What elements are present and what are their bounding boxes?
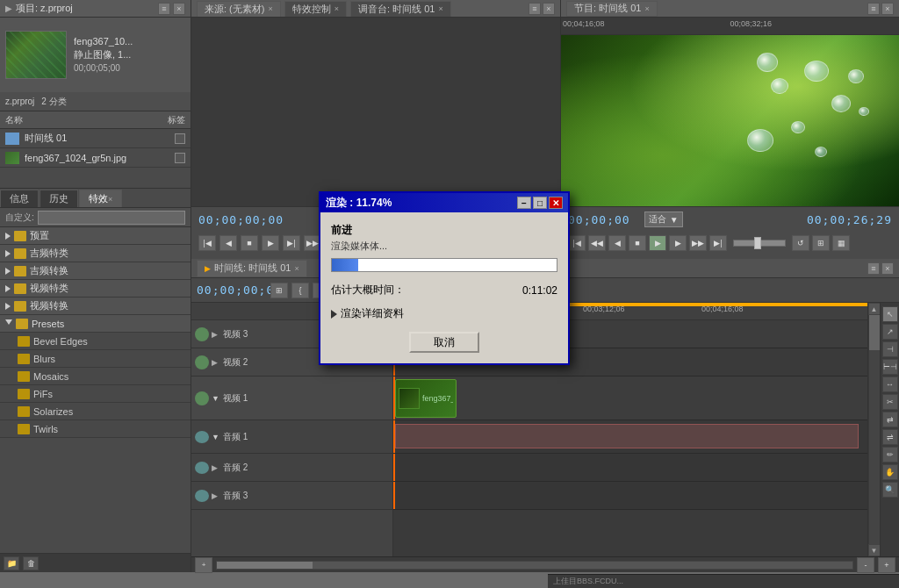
prog-output[interactable]: ▦ — [832, 235, 850, 251]
timeline-close-btn[interactable]: × — [881, 262, 894, 275]
timeline-timecode[interactable]: 00;00;00;00 — [197, 283, 267, 297]
tool-slip[interactable]: ⇄ — [882, 412, 898, 427]
prog-stop[interactable]: ■ — [629, 235, 646, 251]
category-preset-header[interactable]: 预置 — [0, 227, 191, 245]
tab-program[interactable]: 节目: 时间线 01 × — [566, 1, 658, 17]
category-video-trans-header[interactable]: 视频转换 — [0, 298, 191, 315]
expand-a3[interactable]: ▶ — [212, 491, 220, 500]
expand-v3[interactable]: ▶ — [212, 330, 220, 339]
timeline-snap-btn[interactable]: ⊞ — [270, 283, 288, 298]
timeline-zoom-out[interactable]: - — [857, 557, 874, 573]
prog-step-fwd[interactable]: ▶▶ — [689, 235, 707, 251]
project-menu-btn[interactable]: ≡ — [158, 3, 170, 15]
tool-slide[interactable]: ⇌ — [882, 429, 898, 445]
fx-close-icon[interactable]: × — [334, 4, 339, 13]
tab-fx-control[interactable]: 特效控制 × — [284, 1, 347, 17]
tab-timeline[interactable]: ▶ 时间线: 时间线 01 × — [197, 260, 307, 277]
trash-btn[interactable]: 🗑 — [23, 556, 39, 570]
volume-slider[interactable] — [733, 240, 786, 247]
category-preset[interactable]: 预置 — [0, 227, 191, 245]
category-video-fx[interactable]: 视频特类 — [0, 280, 191, 298]
source-prev-frame[interactable]: |◀ — [198, 235, 216, 251]
audio-close-icon[interactable]: × — [438, 4, 442, 13]
timeline-close-icon[interactable]: × — [294, 264, 298, 273]
source-close-btn[interactable]: × — [543, 3, 555, 15]
category-presets[interactable]: Presets — [0, 315, 191, 333]
tool-zoom[interactable]: 🔍 — [882, 482, 898, 498]
tab-effects[interactable]: 特效 × — [79, 190, 122, 207]
category-audio-trans[interactable]: 吉频转换 — [0, 262, 191, 280]
expand-a1[interactable]: ▼ — [212, 433, 220, 441]
prog-next-frame[interactable]: ▶| — [709, 235, 727, 251]
program-menu-btn[interactable]: ≡ — [867, 3, 880, 15]
tool-ripple-edit[interactable]: ⊣ — [882, 341, 898, 357]
expand-v1[interactable]: ▼ — [212, 394, 220, 403]
source-step-fwd[interactable]: ▶| — [283, 235, 300, 251]
prog-loop[interactable]: ↺ — [792, 235, 809, 251]
sub-solarizes[interactable]: Solarizes — [0, 403, 191, 420]
tab-info[interactable]: 信息 — [0, 190, 39, 207]
render-details-row[interactable]: 渲染详细资料 — [331, 306, 557, 321]
dialog-minimize-btn[interactable]: − — [517, 197, 531, 209]
prog-prev-frame[interactable]: |◀ — [568, 235, 586, 251]
sub-blurs[interactable]: Blurs — [0, 350, 191, 368]
dialog-close-btn[interactable]: ✕ — [549, 197, 563, 209]
clip-feng367[interactable]: feng367_ — [395, 379, 457, 418]
prog-back-one[interactable]: ◀ — [608, 235, 626, 251]
tab-audio-mixer[interactable]: 调音台: 时间线 01 × — [350, 1, 451, 17]
timeline-menu-btn[interactable]: ≡ — [867, 262, 880, 275]
tool-select[interactable]: ↖ — [882, 306, 898, 322]
category-audio-fx[interactable]: 吉频特类 — [0, 245, 191, 262]
prog-step-back[interactable]: ◀◀ — [588, 235, 606, 251]
project-item-timeline[interactable]: 时间线 01 — [0, 129, 191, 148]
timeline-zoom-in[interactable]: + — [878, 557, 895, 573]
sub-bevel-edges[interactable]: Bevel Edges — [0, 333, 191, 350]
category-audio-fx-header[interactable]: 吉频特类 — [0, 245, 191, 262]
effects-search-input[interactable] — [38, 211, 185, 225]
timeline-scroll-h[interactable] — [216, 561, 853, 570]
source-close-icon[interactable]: × — [268, 4, 272, 13]
expand-a2[interactable]: ▶ — [212, 463, 220, 472]
add-track-btn[interactable]: + — [195, 557, 212, 573]
track-eye-v1[interactable] — [195, 391, 209, 405]
category-presets-header[interactable]: Presets — [0, 315, 191, 333]
track-content-a2[interactable] — [393, 454, 867, 482]
scroll-down-btn[interactable]: ▼ — [868, 544, 881, 556]
source-step-back[interactable]: ◀ — [219, 235, 237, 251]
category-video-fx-header[interactable]: 视频特类 — [0, 280, 191, 298]
tool-razor[interactable]: ✂ — [882, 394, 898, 410]
source-stop[interactable]: ■ — [241, 235, 258, 251]
effects-tab-close[interactable]: × — [108, 195, 112, 204]
track-content-a3[interactable] — [393, 482, 867, 510]
tab-source[interactable]: 来源: (无素材) × — [197, 1, 281, 17]
scroll-thumb[interactable] — [869, 315, 880, 350]
timeline-checkbox[interactable] — [175, 133, 185, 144]
tool-hand[interactable]: ✋ — [882, 464, 898, 480]
sub-pifs[interactable]: PiFs — [0, 385, 191, 403]
sub-mosaics[interactable]: Mosaics — [0, 368, 191, 385]
source-play[interactable]: ▶ — [262, 235, 279, 251]
category-audio-trans-header[interactable]: 吉频转换 — [0, 262, 191, 280]
tool-pen[interactable]: ✏ — [882, 447, 898, 463]
scroll-track[interactable] — [869, 315, 880, 544]
scroll-up-btn[interactable]: ▲ — [868, 303, 881, 315]
image-checkbox[interactable] — [175, 153, 185, 163]
project-close-btn[interactable]: × — [173, 3, 185, 15]
project-item-image[interactable]: feng367_1024_gr5n.jpg — [0, 148, 191, 168]
track-eye-v2[interactable] — [195, 355, 209, 369]
tool-track-select[interactable]: ↗ — [882, 324, 898, 340]
track-content-v1[interactable]: feng367_ — [393, 376, 867, 420]
tool-rolling-edit[interactable]: ⊢⊣ — [882, 359, 898, 375]
cancel-render-btn[interactable]: 取消 — [409, 332, 479, 353]
tool-rate-stretch[interactable]: ↔ — [882, 376, 898, 392]
prog-fwd-one[interactable]: ▶ — [669, 235, 687, 251]
prog-play[interactable]: ▶ — [649, 235, 666, 251]
source-menu-btn[interactable]: ≡ — [529, 3, 541, 15]
fit-dropdown[interactable]: 适合 ▼ — [644, 212, 683, 227]
h-scroll-thumb[interactable] — [217, 562, 313, 569]
track-eye-v3[interactable] — [195, 327, 209, 341]
category-video-trans[interactable]: 视频转换 — [0, 298, 191, 315]
sub-twirls[interactable]: Twirls — [0, 420, 191, 438]
dialog-maximize-btn[interactable]: □ — [533, 197, 547, 209]
program-close-icon[interactable]: × — [644, 4, 649, 13]
